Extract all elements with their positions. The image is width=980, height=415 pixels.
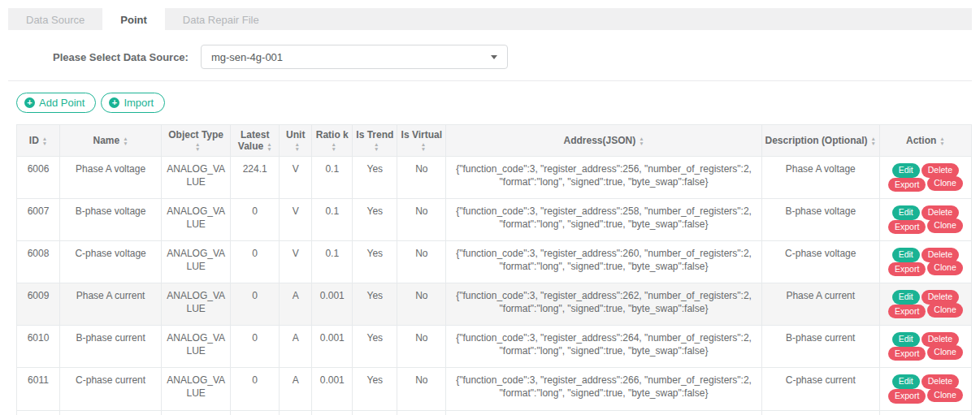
column-header-name[interactable]: Name <box>60 125 162 157</box>
export-button[interactable]: Export <box>888 178 926 192</box>
cell-is-virtual: No <box>397 241 446 283</box>
cell-latest-value: 224.1 <box>231 157 280 199</box>
column-header-latest-value[interactable]: Latest Value <box>231 125 280 157</box>
cell-id: 6010 <box>17 326 60 368</box>
table-row: 6008C-phase voltageANALOG_VALUE0V0.1YesN… <box>17 241 972 283</box>
tab-point[interactable]: Point <box>102 8 165 35</box>
clone-button[interactable]: Clone <box>927 218 962 233</box>
cell-object-type: ANALOG_VALUE <box>162 410 231 415</box>
delete-button[interactable]: Delete <box>921 374 959 389</box>
export-button[interactable]: Export <box>888 347 926 361</box>
cell-is-virtual: No <box>397 410 446 415</box>
clone-button[interactable]: Clone <box>927 261 962 275</box>
cell-address: {"function_code":3, "register_address":2… <box>446 199 761 241</box>
plus-circle-icon <box>24 97 35 108</box>
edit-button[interactable]: Edit <box>892 163 920 178</box>
sort-icon <box>639 136 644 146</box>
point-management-page: Data Source Point Data Repair File Pleas… <box>0 8 980 415</box>
data-source-selected-value: mg-sen-4g-001 <box>211 51 283 63</box>
cell-action: EditDeleteExportClone <box>879 157 971 199</box>
clone-button[interactable]: Clone <box>927 176 962 191</box>
delete-button[interactable]: Delete <box>921 205 959 220</box>
chevron-down-icon <box>491 55 497 59</box>
cell-description: B-phase current <box>761 326 879 368</box>
add-point-button[interactable]: Add Point <box>16 93 96 113</box>
delete-button[interactable]: Delete <box>921 332 959 347</box>
cell-address: {"function_code":3, "register_address":2… <box>446 283 761 326</box>
edit-button[interactable]: Edit <box>892 205 920 220</box>
cell-address: {"function_code":3, "register_address":2… <box>446 241 761 283</box>
cell-name: Phase A current <box>60 283 162 326</box>
clone-button[interactable]: Clone <box>927 388 962 403</box>
export-button[interactable]: Export <box>888 220 926 235</box>
cell-id: 6011 <box>17 368 60 410</box>
cell-is-virtual: No <box>397 157 446 199</box>
cell-is-trend: Yes <box>353 410 397 415</box>
cell-is-virtual: No <box>397 199 446 241</box>
data-source-select[interactable]: mg-sen-4g-001 <box>201 45 508 69</box>
tab-data-repair-file[interactable]: Data Repair File <box>165 8 277 30</box>
cell-latest-value: 0 <box>231 368 280 410</box>
sort-icon <box>123 136 128 146</box>
export-button[interactable]: Export <box>888 262 926 277</box>
column-header-is-trend[interactable]: Is Trend <box>353 125 397 157</box>
delete-button[interactable]: Delete <box>921 248 959 262</box>
column-header-is-virtual[interactable]: Is Virtual <box>397 125 446 157</box>
data-source-form: Please Select Data Source: mg-sen-4g-001 <box>8 30 972 81</box>
cell-unit: V <box>280 199 312 241</box>
cell-latest-value: 0 <box>231 241 280 283</box>
cell-object-type: ANALOG_VALUE <box>162 199 231 241</box>
table-row: 6006Phase A voltageANALOG_VALUE224.1V0.1… <box>17 157 972 199</box>
tab-data-source[interactable]: Data Source <box>8 8 102 30</box>
column-header-object-type[interactable]: Object Type <box>162 125 231 157</box>
cell-name: B-phase voltage <box>60 199 162 241</box>
sort-icon <box>195 142 200 152</box>
column-header-ratio-k[interactable]: Ratio k <box>312 125 353 157</box>
cell-unit: A <box>280 326 312 368</box>
cell-id: 6012 <box>17 410 60 415</box>
table-row: 6012Total Active PowerANALOG_VALUE0kW0.1… <box>17 410 972 415</box>
export-button[interactable]: Export <box>888 389 926 404</box>
cell-object-type: ANALOG_VALUE <box>162 283 231 326</box>
cell-name: Total Active Power <box>60 410 162 415</box>
edit-button[interactable]: Edit <box>892 332 920 347</box>
points-table: ID Name Object Type Latest Value Unit Ra… <box>16 124 972 415</box>
delete-button[interactable]: Delete <box>921 290 959 305</box>
cell-ratio-k: 0.1 <box>312 157 353 199</box>
sort-icon <box>871 136 876 146</box>
cell-description: Phase A voltage <box>761 157 879 199</box>
cell-latest-value: 0 <box>231 410 280 415</box>
cell-name: C-phase voltage <box>60 241 162 283</box>
clone-button[interactable]: Clone <box>927 303 962 318</box>
sort-icon <box>332 142 336 152</box>
column-header-address-json[interactable]: Address(JSON) <box>446 125 761 157</box>
cell-object-type: ANALOG_VALUE <box>162 157 231 199</box>
column-header-id[interactable]: ID <box>17 125 60 157</box>
cell-action: EditDeleteExportClone <box>879 283 971 326</box>
table-row: 6007B-phase voltageANALOG_VALUE0V0.1YesN… <box>17 199 972 241</box>
clone-button[interactable]: Clone <box>927 345 962 360</box>
export-button[interactable]: Export <box>888 305 926 319</box>
cell-description: B-phase voltage <box>761 199 879 241</box>
cell-name: Phase A voltage <box>60 157 162 199</box>
cell-id: 6009 <box>17 283 60 326</box>
edit-button[interactable]: Edit <box>892 290 920 305</box>
column-header-action[interactable]: Action <box>879 125 971 157</box>
sort-icon <box>374 142 379 152</box>
data-source-label: Please Select Data Source: <box>53 51 189 63</box>
sort-icon <box>421 142 426 152</box>
cell-object-type: ANALOG_VALUE <box>162 326 231 368</box>
cell-is-trend: Yes <box>353 241 397 283</box>
cell-ratio-k: 0.1 <box>312 241 353 283</box>
table-row: 6011C-phase currentANALOG_VALUE0A0.001Ye… <box>17 368 972 410</box>
edit-button[interactable]: Edit <box>892 374 920 389</box>
import-button[interactable]: Import <box>101 93 165 113</box>
cell-action: EditDeleteExportClone <box>879 368 971 410</box>
column-header-description[interactable]: Description (Optional) <box>761 125 879 157</box>
edit-button[interactable]: Edit <box>892 248 920 262</box>
delete-button[interactable]: Delete <box>921 163 959 178</box>
cell-unit: V <box>280 241 312 283</box>
column-header-unit[interactable]: Unit <box>280 125 312 157</box>
table-row: 6009Phase A currentANALOG_VALUE0A0.001Ye… <box>17 283 972 326</box>
cell-latest-value: 0 <box>231 283 280 326</box>
